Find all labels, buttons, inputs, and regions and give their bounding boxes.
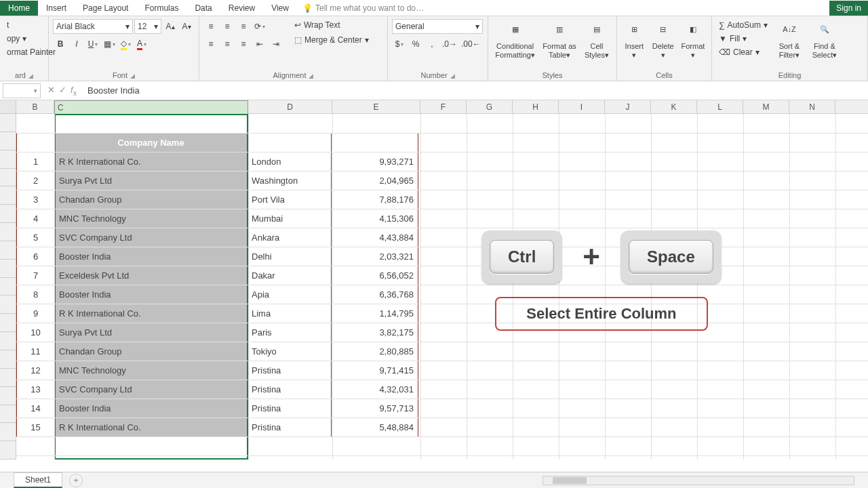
- font-size-select[interactable]: 12▾: [134, 19, 161, 34]
- row-header[interactable]: [0, 260, 16, 278]
- comma-button[interactable]: ,: [425, 37, 439, 52]
- increase-decimal-button[interactable]: .0→: [441, 37, 458, 52]
- autosum-button[interactable]: ∑AutoSum▾: [716, 19, 770, 31]
- cell-company[interactable]: R K International Co.: [55, 152, 248, 171]
- tab-insert[interactable]: Insert: [38, 1, 75, 16]
- cell-city[interactable]: Lima: [248, 304, 332, 323]
- row-header[interactable]: [0, 441, 16, 460]
- cell-city[interactable]: Dakar: [248, 266, 332, 285]
- cell-sr[interactable]: 12: [17, 361, 55, 380]
- cell-sr[interactable]: 14: [17, 399, 55, 418]
- decrease-decimal-button[interactable]: .00←: [460, 37, 482, 52]
- cell-city[interactable]: Tokiyo: [248, 342, 332, 361]
- sign-in-button[interactable]: Sign in: [829, 1, 868, 16]
- cell-sr[interactable]: 3: [17, 190, 55, 209]
- decrease-indent-button[interactable]: ⇤: [252, 37, 267, 52]
- wrap-text-button[interactable]: ↩Wrap Text: [292, 19, 372, 31]
- align-right-button[interactable]: ≡: [236, 37, 251, 52]
- column-header-H[interactable]: H: [513, 100, 559, 113]
- table-row[interactable]: 6Booster IndiaDelhi2,03,321: [17, 247, 418, 266]
- row-header[interactable]: [0, 369, 16, 387]
- cell-city[interactable]: Mumbai: [248, 209, 332, 228]
- column-header-D[interactable]: D: [248, 100, 332, 113]
- align-left-button[interactable]: ≡: [203, 37, 218, 52]
- align-middle-button[interactable]: ≡: [220, 19, 235, 34]
- find-select-button[interactable]: 🔍Find & Select▾: [808, 19, 841, 60]
- cell-company[interactable]: Exceldesk Pvt Ltd: [55, 266, 248, 285]
- cell-sr[interactable]: 8: [17, 285, 55, 304]
- column-header-G[interactable]: G: [467, 100, 513, 113]
- cell-sr[interactable]: 10: [17, 323, 55, 342]
- tab-data[interactable]: Data: [186, 1, 220, 16]
- cell-sales[interactable]: 6,56,052: [332, 266, 418, 285]
- cell-city[interactable]: Delhi: [248, 247, 332, 266]
- column-header-I[interactable]: I: [559, 100, 605, 113]
- table-row[interactable]: 15R K International Co.Pristina5,48,884: [17, 418, 418, 437]
- row-header[interactable]: [0, 314, 16, 332]
- cell-sr[interactable]: 7: [17, 266, 55, 285]
- table-row[interactable]: 2Surya Pvt LtdWashington2,04,965: [17, 171, 418, 190]
- accounting-button[interactable]: $▾: [392, 37, 407, 52]
- confirm-formula-icon[interactable]: ✓: [59, 85, 66, 97]
- cell-company[interactable]: Booster India: [55, 399, 248, 418]
- increase-font-button[interactable]: A▴: [163, 19, 178, 34]
- dialog-launcher-icon[interactable]: ◢: [28, 73, 33, 79]
- cell-sr[interactable]: 6: [17, 247, 55, 266]
- cell-city[interactable]: Ankara: [248, 228, 332, 247]
- column-header-K[interactable]: K: [651, 100, 697, 113]
- column-header-C[interactable]: C: [54, 100, 248, 115]
- underline-button[interactable]: U▾: [85, 37, 100, 52]
- cell-sr[interactable]: 15: [17, 418, 55, 437]
- cell-sales[interactable]: 4,15,306: [332, 209, 418, 228]
- sort-filter-button[interactable]: A↓ZSort & Filter▾: [773, 19, 806, 60]
- row-header[interactable]: [0, 296, 16, 314]
- cell-sales[interactable]: 2,04,965: [332, 171, 418, 190]
- add-sheet-button[interactable]: +: [69, 474, 83, 487]
- row-header[interactable]: [0, 132, 16, 150]
- row-header[interactable]: [0, 169, 16, 187]
- format-as-table-button[interactable]: ▥ Format as Table▾: [540, 19, 578, 60]
- cell-sales[interactable]: 5,48,884: [332, 418, 418, 437]
- cell-sales[interactable]: 9,71,415: [332, 361, 418, 380]
- borders-button[interactable]: ▦▾: [102, 37, 117, 52]
- fill-color-button[interactable]: ◇▾: [118, 37, 133, 52]
- cell-company[interactable]: MNC Technology: [55, 361, 248, 380]
- cell-city[interactable]: London: [248, 152, 332, 171]
- cell-company[interactable]: R K International Co.: [55, 304, 248, 323]
- table-row[interactable]: 7Exceldesk Pvt LtdDakar6,56,052: [17, 266, 418, 285]
- column-header-B[interactable]: B: [16, 100, 54, 113]
- horizontal-scrollbar[interactable]: [542, 476, 854, 485]
- cell-company[interactable]: Booster India: [55, 285, 248, 304]
- row-header[interactable]: [0, 150, 16, 169]
- cell-city[interactable]: Pristina: [248, 361, 332, 380]
- row-header[interactable]: [0, 332, 16, 350]
- row-header[interactable]: [0, 241, 16, 260]
- table-row[interactable]: 9R K International Co.Lima1,14,795: [17, 304, 418, 323]
- cell-company[interactable]: R K International Co.: [55, 418, 248, 437]
- cell-city[interactable]: Pristina: [248, 399, 332, 418]
- cell-sr[interactable]: 11: [17, 342, 55, 361]
- sheet-tab-sheet1[interactable]: Sheet1: [14, 472, 62, 488]
- row-header[interactable]: [0, 186, 16, 205]
- table-row[interactable]: 4MNC TechnologyMumbai4,15,306: [17, 209, 418, 228]
- align-bottom-button[interactable]: ≡: [236, 19, 251, 34]
- tab-page-layout[interactable]: Page Layout: [75, 1, 136, 16]
- delete-button[interactable]: ⊟Delete▾: [650, 19, 675, 60]
- cell-city[interactable]: Pristina: [248, 380, 332, 399]
- cell-sr[interactable]: 5: [17, 228, 55, 247]
- conditional-formatting-button[interactable]: ▦ Conditional Formatting▾: [492, 19, 538, 60]
- cells-area[interactable]: Sr Company Name City Sales 1R K Internat…: [16, 114, 868, 460]
- tab-view[interactable]: View: [263, 1, 297, 16]
- cell-company[interactable]: SVC Company Ltd: [55, 228, 248, 247]
- formula-input[interactable]: Booster India: [83, 85, 868, 96]
- cell-company[interactable]: Chandan Group: [55, 342, 248, 361]
- worksheet-grid[interactable]: BCDEFGHIJKLMN Sr Company Name City Sales…: [0, 100, 868, 460]
- table-row[interactable]: 8Booster IndiaApia6,36,768: [17, 285, 418, 304]
- row-header[interactable]: [0, 423, 16, 441]
- cell-styles-button[interactable]: ▤ Cell Styles▾: [581, 19, 612, 60]
- column-header-E[interactable]: E: [332, 100, 420, 113]
- column-header-J[interactable]: J: [605, 100, 651, 113]
- cell-sr[interactable]: 4: [17, 209, 55, 228]
- cell-company[interactable]: Surya Pvt Ltd: [55, 323, 248, 342]
- align-center-button[interactable]: ≡: [220, 37, 235, 52]
